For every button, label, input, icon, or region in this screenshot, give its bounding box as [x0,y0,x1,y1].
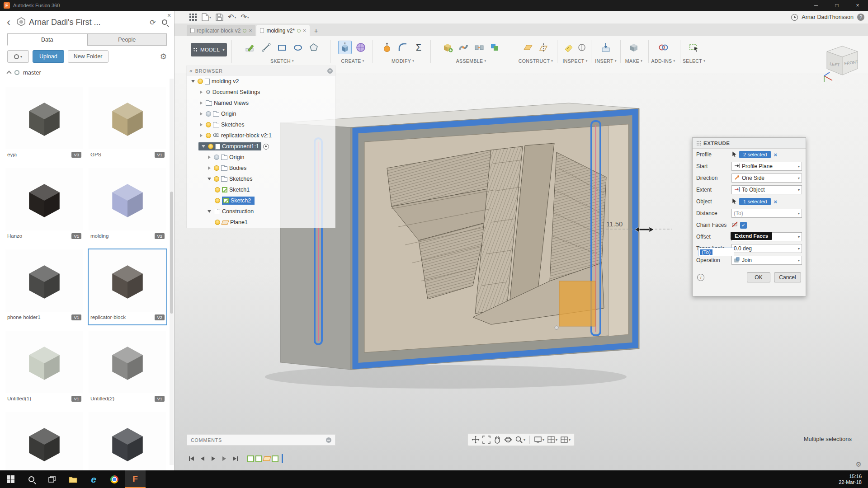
make-tool-icon[interactable] [627,41,641,54]
visibility-bulb-icon[interactable] [214,176,219,182]
clear-object-icon[interactable]: × [774,198,777,205]
visibility-bulb-icon[interactable] [198,79,203,84]
viewports-icon[interactable]: ▾ [560,436,571,444]
file-menu-icon[interactable]: ▾ [201,12,212,22]
browser-node[interactable]: Construction [187,206,335,217]
ribbon-group-label-addins[interactable]: ADD-INS▾ [651,58,675,64]
ellipse-tool-icon[interactable] [291,41,305,54]
task-view-icon[interactable] [42,470,62,488]
expand-icon[interactable] [198,122,204,127]
browser-node[interactable]: Named Views [187,98,335,108]
document-tab-active[interactable]: molding v2* × [256,25,310,36]
profile-selected-chip[interactable]: 2 selected [739,151,771,158]
visibility-bulb-icon[interactable] [214,155,219,160]
comments-bar[interactable]: COMMENTS [187,434,335,446]
collapse-browser-icon[interactable]: « [189,68,193,74]
timeline-step-forward-button[interactable] [219,454,229,464]
expand-icon[interactable] [207,209,212,214]
expand-comments-icon[interactable] [326,437,331,443]
minimize-browser-icon[interactable] [327,68,333,74]
appearance-tool-icon[interactable] [488,41,502,54]
pan-icon[interactable] [472,436,480,444]
upload-button[interactable]: Upload [33,50,64,63]
extrude-drag-arrow[interactable] [635,227,654,232]
activate-component-radio[interactable] [263,144,269,150]
form-tool-icon[interactable] [354,41,368,54]
timeline-sketch-feature-icon[interactable] [255,455,262,462]
visibility-bulb-icon[interactable] [206,133,211,138]
display-settings-icon[interactable]: ▾ [534,436,544,444]
extent-select[interactable]: To Object ▾ [731,185,802,194]
insert-tool-icon[interactable] [599,41,613,54]
timeline-position-marker[interactable] [282,454,283,463]
expand-icon[interactable] [190,79,196,84]
new-component-tool-icon[interactable] [441,41,454,54]
project-card[interactable]: GPSV1 [89,87,166,162]
timeline-step-back-button[interactable] [198,454,207,464]
ribbon-group-label-construct[interactable]: CONSTRUCT▾ [519,58,553,64]
zoom-icon[interactable]: ▾ [515,436,525,444]
visibility-bulb-icon[interactable] [206,122,211,127]
browser-node-root[interactable]: molding v2 [187,76,335,87]
chain-faces-checkbox[interactable]: ✓ [740,222,747,229]
ribbon-group-label-make[interactable]: MAKE▾ [625,58,642,64]
grid-snap-icon[interactable]: ▾ [547,436,557,444]
extrude-dialog-header[interactable]: EXTRUDE [693,138,806,149]
start-select[interactable]: Profile Plane ▾ [731,162,802,171]
pan-hand-icon[interactable] [493,436,501,444]
joint-tool-icon[interactable] [457,41,470,54]
browser-node[interactable]: Bodies [187,163,335,174]
browser-node-active-component[interactable]: Component1:1 [187,141,335,152]
ribbon-group-label-inspect[interactable]: INSPECT▾ [562,58,587,64]
distance-field[interactable]: (To) ▾ [731,209,802,218]
project-card[interactable]: Untitled(1)V1 [5,331,83,406]
save-icon[interactable] [215,13,224,22]
object-selected-chip[interactable]: 1 selected [739,198,771,205]
extrude-tool-icon[interactable] [338,41,352,54]
line-tool-icon[interactable] [259,41,273,54]
browser-node-selected[interactable]: Sketch2 [187,195,335,206]
tab-people[interactable]: People [87,33,167,46]
orbit-icon[interactable] [504,436,512,444]
timeline-plane-feature-icon[interactable] [263,456,271,461]
tab-data[interactable]: Data [7,33,87,46]
preferences-gear-icon[interactable]: ⚙ [856,460,862,469]
data-panel-scrollbar[interactable] [170,79,174,465]
expand-icon[interactable] [207,176,212,182]
parameters-tool-icon[interactable]: Σ [412,41,425,54]
visibility-bulb-icon[interactable] [206,111,211,117]
visibility-bulb-icon[interactable] [208,144,213,149]
direction-select[interactable]: One Side ▾ [731,174,802,183]
maximize-button[interactable]: □ [826,0,847,11]
close-button[interactable]: × [847,0,868,11]
ribbon-group-label-create[interactable]: CREATE▾ [341,58,364,64]
timeline-play-button[interactable] [208,454,218,464]
new-folder-button[interactable]: New Folder [68,50,108,63]
settings-gear-icon[interactable]: ⚙ [160,52,167,61]
file-explorer-icon[interactable] [62,470,83,488]
floating-distance-input[interactable]: (To) [698,248,734,256]
browser-node[interactable]: replicator-block v2:1 [187,130,335,141]
operation-select[interactable]: Join ▾ [731,256,802,265]
root-folder-label[interactable]: master [23,69,41,76]
minimize-button[interactable]: ─ [806,0,826,11]
grid-menu-icon[interactable] [188,12,198,22]
help-icon[interactable]: ? [857,14,864,21]
ribbon-group-label-select[interactable]: SELECT▾ [683,58,705,64]
section-analysis-tool-icon[interactable] [576,42,587,53]
visibility-bulb-icon[interactable] [215,198,220,203]
expand-icon[interactable] [198,133,204,138]
info-icon[interactable]: i [697,274,704,281]
browser-node[interactable]: Sketch1 [187,184,335,195]
project-card[interactable]: Untitled(2)V1 [89,331,166,406]
job-status-clock-icon[interactable] [791,14,798,21]
clear-profile-icon[interactable]: × [774,151,777,158]
create-sketch-icon[interactable] [244,41,257,54]
browser-node[interactable]: Sketches [187,174,335,184]
rectangle-tool-icon[interactable] [275,41,289,54]
fillet-tool-icon[interactable] [396,41,410,54]
close-data-panel-icon[interactable]: × [165,12,173,20]
browser-node[interactable]: Sketches [187,119,335,130]
expand-icon[interactable] [198,89,204,95]
visibility-bulb-icon[interactable] [215,220,220,225]
